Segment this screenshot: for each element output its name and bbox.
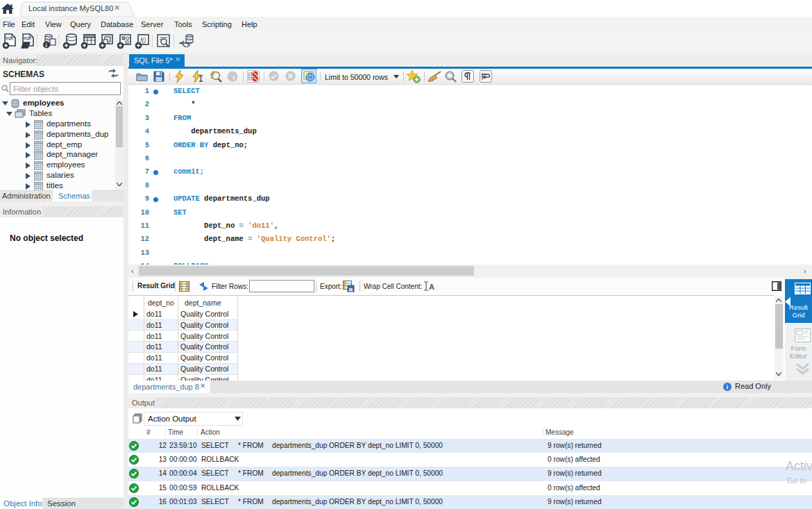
svg-text:A: A xyxy=(429,283,434,291)
svg-text:f(): f() xyxy=(140,37,146,44)
svg-text:SQL: SQL xyxy=(6,36,14,40)
svg-text:SQL: SQL xyxy=(24,36,32,40)
